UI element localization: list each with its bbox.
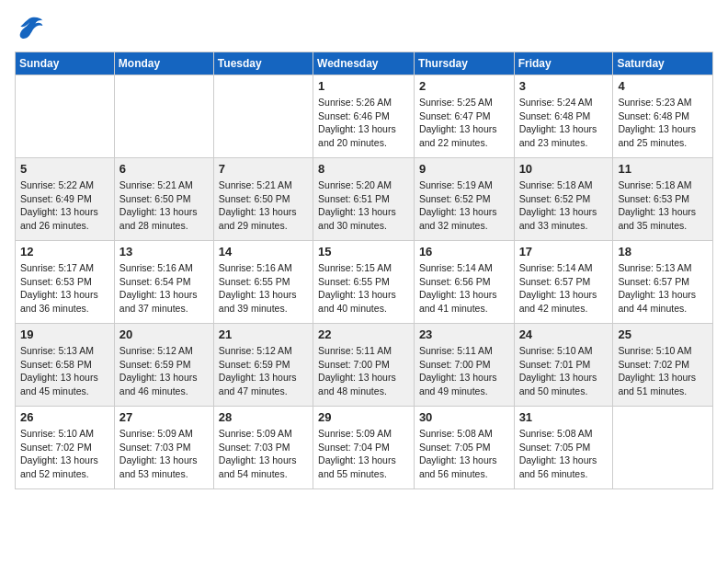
- calendar-cell: 23Sunrise: 5:11 AMSunset: 7:00 PMDayligh…: [414, 324, 514, 407]
- calendar-cell: 13Sunrise: 5:16 AMSunset: 6:54 PMDayligh…: [114, 241, 213, 324]
- day-info-text: Sunset: 7:03 PM: [119, 441, 209, 454]
- day-info-text: Daylight: 13 hours and 28 minutes.: [119, 205, 209, 232]
- day-info-text: Sunrise: 5:26 AM: [318, 96, 409, 109]
- day-info-text: Sunset: 6:50 PM: [219, 192, 308, 206]
- day-info-text: Daylight: 13 hours and 46 minutes.: [119, 371, 209, 397]
- day-info-text: Sunset: 6:58 PM: [20, 358, 109, 372]
- day-info-text: Sunset: 6:59 PM: [219, 358, 308, 372]
- day-info-text: Daylight: 13 hours and 52 minutes.: [20, 454, 109, 480]
- calendar-cell: 14Sunrise: 5:16 AMSunset: 6:55 PMDayligh…: [213, 241, 313, 324]
- day-info-text: Daylight: 13 hours and 44 minutes.: [618, 288, 708, 315]
- day-number: 24: [519, 327, 609, 341]
- day-number: 16: [419, 245, 509, 259]
- calendar-cell: 26Sunrise: 5:10 AMSunset: 7:02 PMDayligh…: [16, 407, 115, 489]
- day-number: 25: [618, 327, 708, 341]
- day-info-text: Sunset: 7:05 PM: [519, 441, 609, 454]
- day-info-text: Sunrise: 5:24 AM: [519, 96, 609, 109]
- day-info-text: Sunrise: 5:15 AM: [318, 261, 409, 275]
- calendar-cell: [213, 75, 313, 158]
- day-info-text: Sunset: 6:50 PM: [119, 192, 209, 206]
- day-info-text: Daylight: 13 hours and 56 minutes.: [519, 454, 609, 480]
- day-number: 9: [419, 162, 509, 176]
- day-info-text: Sunset: 6:48 PM: [519, 109, 609, 123]
- day-info-text: Daylight: 13 hours and 36 minutes.: [20, 288, 109, 315]
- calendar-cell: 10Sunrise: 5:18 AMSunset: 6:52 PMDayligh…: [514, 158, 613, 241]
- day-info-text: Sunset: 6:53 PM: [618, 192, 708, 206]
- day-number: 26: [20, 410, 109, 424]
- day-info-text: Daylight: 13 hours and 37 minutes.: [119, 288, 209, 315]
- day-info-text: Sunset: 6:51 PM: [318, 192, 409, 206]
- day-info-text: Sunrise: 5:11 AM: [318, 344, 409, 358]
- day-info-text: Sunrise: 5:12 AM: [219, 344, 308, 358]
- day-info-text: Sunset: 6:56 PM: [419, 275, 509, 289]
- day-info-text: Daylight: 13 hours and 45 minutes.: [20, 371, 109, 397]
- day-info-text: Sunset: 7:03 PM: [219, 441, 308, 454]
- column-header-friday: Friday: [514, 52, 613, 75]
- day-info-text: Sunrise: 5:14 AM: [519, 261, 609, 275]
- day-info-text: Daylight: 13 hours and 49 minutes.: [419, 371, 509, 397]
- day-number: 20: [119, 327, 209, 341]
- day-info-text: Daylight: 13 hours and 50 minutes.: [519, 371, 609, 397]
- day-info-text: Sunset: 7:05 PM: [419, 441, 509, 454]
- column-header-wednesday: Wednesday: [313, 52, 415, 75]
- calendar-week-row: 12Sunrise: 5:17 AMSunset: 6:53 PMDayligh…: [16, 241, 713, 324]
- day-info-text: Daylight: 13 hours and 40 minutes.: [318, 288, 409, 315]
- day-number: 18: [618, 245, 708, 259]
- day-info-text: Sunrise: 5:11 AM: [419, 344, 509, 358]
- day-info-text: Sunset: 6:46 PM: [318, 109, 409, 123]
- calendar-cell: [16, 75, 115, 158]
- calendar-cell: 6Sunrise: 5:21 AMSunset: 6:50 PMDaylight…: [114, 158, 213, 241]
- day-number: 12: [20, 245, 109, 259]
- day-number: 5: [20, 162, 109, 176]
- calendar-cell: 17Sunrise: 5:14 AMSunset: 6:57 PMDayligh…: [514, 241, 613, 324]
- day-info-text: Sunset: 6:55 PM: [219, 275, 308, 289]
- day-info-text: Sunrise: 5:10 AM: [519, 344, 609, 358]
- calendar-cell: [114, 75, 213, 158]
- day-info-text: Sunrise: 5:22 AM: [20, 178, 109, 192]
- day-info-text: Sunrise: 5:20 AM: [318, 178, 409, 192]
- day-info-text: Daylight: 13 hours and 56 minutes.: [419, 454, 509, 480]
- day-number: 30: [419, 410, 509, 424]
- day-info-text: Sunrise: 5:18 AM: [618, 178, 708, 192]
- calendar-cell: 11Sunrise: 5:18 AMSunset: 6:53 PMDayligh…: [613, 158, 713, 241]
- day-info-text: Sunrise: 5:09 AM: [119, 427, 209, 441]
- calendar-cell: 2Sunrise: 5:25 AMSunset: 6:47 PMDaylight…: [414, 75, 514, 158]
- day-info-text: Daylight: 13 hours and 35 minutes.: [618, 205, 708, 232]
- day-info-text: Daylight: 13 hours and 33 minutes.: [519, 205, 609, 232]
- day-info-text: Sunset: 6:57 PM: [519, 275, 609, 289]
- calendar-header-row: SundayMondayTuesdayWednesdayThursdayFrid…: [16, 52, 713, 75]
- calendar-cell: 9Sunrise: 5:19 AMSunset: 6:52 PMDaylight…: [414, 158, 514, 241]
- day-info-text: Sunrise: 5:25 AM: [419, 96, 509, 109]
- calendar-cell: 21Sunrise: 5:12 AMSunset: 6:59 PMDayligh…: [213, 324, 313, 407]
- column-header-tuesday: Tuesday: [213, 52, 313, 75]
- day-info-text: Sunrise: 5:13 AM: [618, 261, 708, 275]
- day-info-text: Daylight: 13 hours and 30 minutes.: [318, 205, 409, 232]
- day-info-text: Daylight: 13 hours and 42 minutes.: [519, 288, 609, 315]
- logo-bird-icon: [15, 15, 44, 40]
- calendar-cell: 27Sunrise: 5:09 AMSunset: 7:03 PMDayligh…: [114, 407, 213, 489]
- day-info-text: Sunset: 6:48 PM: [618, 109, 708, 123]
- day-number: 31: [519, 410, 609, 424]
- day-info-text: Sunrise: 5:16 AM: [219, 261, 308, 275]
- day-number: 22: [318, 327, 409, 341]
- calendar-cell: 5Sunrise: 5:22 AMSunset: 6:49 PMDaylight…: [16, 158, 115, 241]
- day-info-text: Sunrise: 5:18 AM: [519, 178, 609, 192]
- calendar-cell: 28Sunrise: 5:09 AMSunset: 7:03 PMDayligh…: [213, 407, 313, 489]
- calendar-cell: 7Sunrise: 5:21 AMSunset: 6:50 PMDaylight…: [213, 158, 313, 241]
- day-info-text: Sunset: 6:59 PM: [119, 358, 209, 372]
- day-info-text: Daylight: 13 hours and 48 minutes.: [318, 371, 409, 397]
- calendar-cell: 19Sunrise: 5:13 AMSunset: 6:58 PMDayligh…: [16, 324, 115, 407]
- calendar-cell: 12Sunrise: 5:17 AMSunset: 6:53 PMDayligh…: [16, 241, 115, 324]
- calendar-cell: 4Sunrise: 5:23 AMSunset: 6:48 PMDaylight…: [613, 75, 713, 158]
- day-info-text: Sunrise: 5:10 AM: [20, 427, 109, 441]
- calendar-cell: 20Sunrise: 5:12 AMSunset: 6:59 PMDayligh…: [114, 324, 213, 407]
- calendar-week-row: 5Sunrise: 5:22 AMSunset: 6:49 PMDaylight…: [16, 158, 713, 241]
- day-info-text: Sunrise: 5:12 AM: [119, 344, 209, 358]
- day-info-text: Daylight: 13 hours and 22 minutes.: [419, 122, 509, 149]
- day-number: 3: [519, 79, 609, 93]
- day-info-text: Sunrise: 5:17 AM: [20, 261, 109, 275]
- day-info-text: Sunrise: 5:08 AM: [419, 427, 509, 441]
- day-info-text: Sunset: 7:00 PM: [318, 358, 409, 372]
- day-info-text: Daylight: 13 hours and 23 minutes.: [519, 122, 609, 149]
- day-info-text: Sunrise: 5:21 AM: [219, 178, 308, 192]
